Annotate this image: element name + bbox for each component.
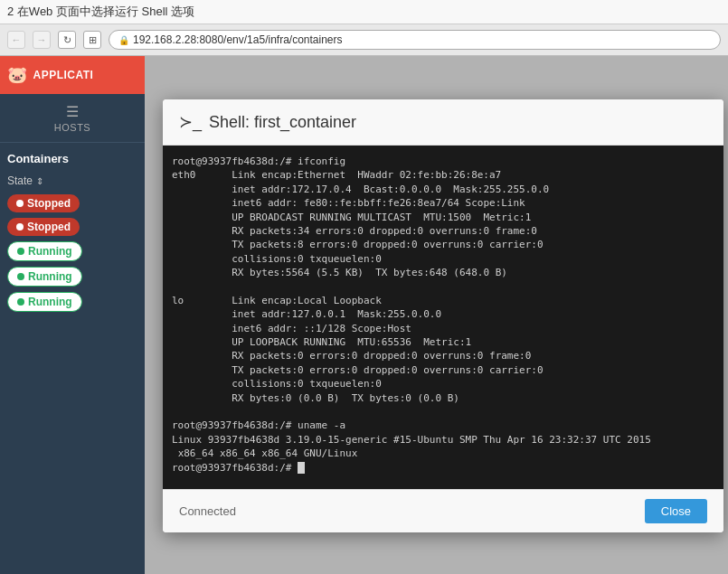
sort-icon: ⇕ bbox=[36, 176, 43, 186]
state-header: State ⇕ bbox=[7, 174, 137, 187]
hosts-label: HOSTS bbox=[54, 122, 90, 133]
top-bar-text: 2 在Web 页面中选择运行 Shell 选项 bbox=[7, 4, 194, 20]
modal-title: Shell: first_container bbox=[209, 113, 356, 132]
badge-label-4: Running bbox=[28, 296, 72, 308]
container-badge-3[interactable]: Running bbox=[7, 267, 82, 287]
badge-label-2: Running bbox=[28, 245, 72, 258]
containers-title: Containers bbox=[7, 152, 137, 165]
app-label: APPLICATI bbox=[33, 69, 94, 81]
state-label: State bbox=[7, 174, 33, 187]
terminal-content: root@93937fb4638d:/# ifconfig eth0 Link … bbox=[172, 155, 714, 475]
modal-header: ≻_ Shell: first_container bbox=[163, 99, 723, 146]
status-dot-4 bbox=[17, 298, 24, 306]
modal-overlay: ≻_ Shell: first_container root@93937fb46… bbox=[145, 56, 728, 574]
status-dot-3 bbox=[17, 273, 24, 280]
connected-status: Connected bbox=[179, 504, 236, 518]
container-badge-0[interactable]: Stopped bbox=[7, 194, 80, 212]
sidebar-header: 🐷 APPLICATI bbox=[0, 56, 145, 94]
pig-icon: 🐷 bbox=[7, 65, 28, 85]
grid-button[interactable]: ⊞ bbox=[83, 31, 101, 49]
top-bar: 2 在Web 页面中选择运行 Shell 选项 bbox=[0, 0, 728, 24]
hosts-icon: ☰ bbox=[66, 103, 79, 120]
containers-section: Containers State ⇕ Stopped Stopped Runni… bbox=[0, 143, 145, 326]
container-badge-4[interactable]: Running bbox=[7, 292, 82, 312]
badge-label-0: Stopped bbox=[27, 197, 71, 210]
main-content: ≻_ Shell: first_container root@93937fb46… bbox=[145, 56, 728, 574]
status-dot-2 bbox=[17, 248, 24, 255]
badge-label-3: Running bbox=[28, 270, 72, 283]
secure-icon: 🔒 bbox=[118, 35, 129, 45]
badge-label-1: Stopped bbox=[27, 221, 71, 233]
modal-footer: Connected Close bbox=[163, 489, 723, 532]
shell-icon: ≻_ bbox=[179, 112, 202, 132]
close-button[interactable]: Close bbox=[645, 499, 707, 523]
back-button[interactable]: ← bbox=[7, 31, 25, 49]
address-bar[interactable]: 🔒 192.168.2.28:8080/env/1a5/infra/contai… bbox=[109, 30, 721, 50]
app-layout: 🐷 APPLICATI ☰ HOSTS Containers State ⇕ S… bbox=[0, 56, 728, 574]
terminal[interactable]: root@93937fb4638d:/# ifconfig eth0 Link … bbox=[163, 146, 723, 489]
terminal-cursor bbox=[298, 462, 305, 474]
status-dot-0 bbox=[16, 200, 24, 207]
refresh-button[interactable]: ↻ bbox=[58, 31, 76, 49]
browser-chrome: ← → ↻ ⊞ 🔒 192.168.2.28:8080/env/1a5/infr… bbox=[0, 24, 728, 56]
sidebar-hosts[interactable]: ☰ HOSTS bbox=[0, 94, 145, 143]
container-badge-1[interactable]: Stopped bbox=[7, 218, 80, 236]
shell-modal: ≻_ Shell: first_container root@93937fb46… bbox=[163, 99, 723, 532]
sidebar: 🐷 APPLICATI ☰ HOSTS Containers State ⇕ S… bbox=[0, 56, 145, 574]
status-dot-1 bbox=[16, 223, 24, 231]
container-badge-2[interactable]: Running bbox=[7, 241, 82, 261]
address-text: 192.168.2.28:8080/env/1a5/infra/containe… bbox=[133, 33, 343, 46]
forward-button[interactable]: → bbox=[33, 31, 51, 49]
